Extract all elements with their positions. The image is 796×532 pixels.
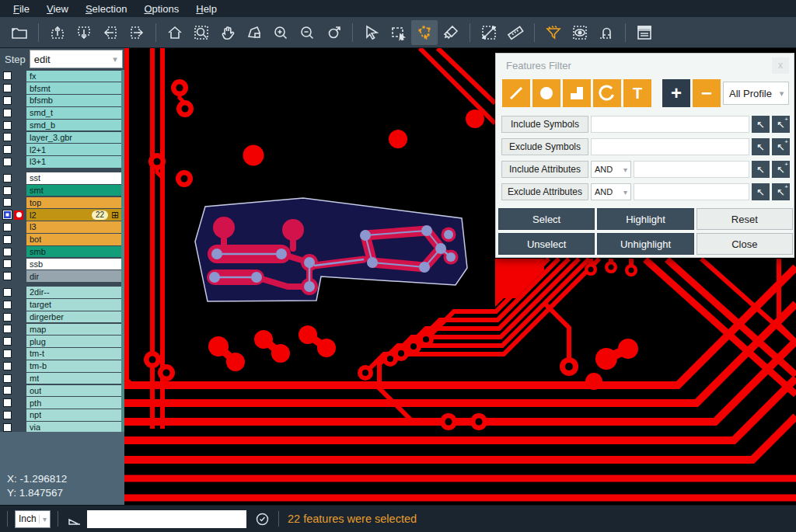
pick-add-symbol-icon[interactable]: ↖+ bbox=[772, 116, 790, 133]
layer-row[interactable]: smd_b bbox=[0, 119, 121, 131]
layer-row[interactable]: sst bbox=[0, 172, 121, 184]
units-dropdown[interactable]: Inch ▾ bbox=[15, 510, 51, 528]
pan-hand-icon[interactable] bbox=[215, 20, 241, 45]
layer-active-indicator[interactable] bbox=[14, 198, 23, 207]
layer-row[interactable]: smb bbox=[0, 245, 121, 258]
refresh-check-icon[interactable] bbox=[253, 509, 271, 528]
layer-visibility-checkbox[interactable] bbox=[3, 235, 12, 244]
layer-active-indicator[interactable] bbox=[14, 361, 23, 370]
shift-view-right-icon[interactable] bbox=[124, 20, 150, 45]
pick-symbol-icon[interactable]: ↖ bbox=[752, 138, 770, 155]
include-mode-button[interactable]: + bbox=[662, 79, 690, 107]
layer-visibility-checkbox[interactable] bbox=[3, 133, 12, 141]
measure-distance-icon[interactable] bbox=[476, 20, 502, 45]
features-filter-icon[interactable] bbox=[540, 20, 567, 45]
layer-row[interactable]: 2dir-- bbox=[0, 287, 121, 299]
pointer-select-icon[interactable] bbox=[358, 20, 385, 45]
layer-row[interactable]: mt bbox=[0, 372, 121, 384]
layer-active-indicator[interactable] bbox=[14, 210, 23, 220]
layer-visibility-checkbox[interactable] bbox=[3, 84, 12, 92]
layer-active-indicator[interactable] bbox=[14, 337, 23, 346]
layer-visibility-checkbox[interactable] bbox=[3, 301, 12, 309]
layer-active-indicator[interactable] bbox=[14, 325, 23, 334]
layer-visibility-checkbox[interactable] bbox=[3, 386, 12, 395]
layer-visibility-checkbox[interactable] bbox=[3, 398, 12, 407]
layer-active-indicator[interactable] bbox=[14, 259, 23, 269]
layer-visibility-checkbox[interactable] bbox=[3, 121, 12, 130]
layer-row[interactable]: bot bbox=[0, 233, 121, 245]
layer-row[interactable]: smt bbox=[0, 184, 121, 196]
layer-row[interactable]: map bbox=[0, 323, 121, 336]
layer-active-indicator[interactable] bbox=[14, 300, 23, 309]
layer-visibility-checkbox[interactable] bbox=[3, 145, 12, 154]
layer-row[interactable]: tm-b bbox=[0, 360, 121, 372]
close-icon[interactable]: x bbox=[772, 57, 789, 74]
layer-active-indicator[interactable] bbox=[14, 120, 23, 130]
ruler-icon[interactable] bbox=[502, 20, 529, 45]
reset-button[interactable]: Reset bbox=[696, 208, 793, 230]
home-view-icon[interactable] bbox=[162, 20, 188, 45]
layer-active-indicator[interactable] bbox=[14, 71, 23, 81]
layer-row[interactable]: smd_t bbox=[0, 106, 121, 119]
polygon-select-icon[interactable] bbox=[411, 20, 438, 45]
layer-active-indicator[interactable] bbox=[14, 247, 23, 256]
shift-view-down-icon[interactable] bbox=[71, 20, 97, 45]
layer-active-indicator[interactable] bbox=[14, 235, 23, 244]
zoom-polygon-icon[interactable] bbox=[241, 20, 267, 45]
layer-visibility-checkbox[interactable] bbox=[3, 362, 12, 370]
layer-visibility-checkbox[interactable] bbox=[3, 423, 12, 432]
dialog-title[interactable]: Features Filter bbox=[506, 60, 571, 71]
layer-visibility-checkbox[interactable] bbox=[3, 198, 12, 207]
close-button[interactable]: Close bbox=[696, 233, 793, 255]
layer-visibility-checkbox[interactable] bbox=[3, 349, 12, 358]
layer-row[interactable]: layer_3.gbr bbox=[0, 131, 121, 144]
zoom-previous-icon[interactable] bbox=[320, 20, 347, 45]
layer-active-indicator[interactable] bbox=[14, 312, 23, 322]
include-attributes-button[interactable]: Include Attributes bbox=[501, 161, 588, 178]
layer-visibility-checkbox[interactable] bbox=[3, 411, 12, 419]
menu-help[interactable]: Help bbox=[187, 3, 225, 15]
layer-active-indicator[interactable] bbox=[14, 349, 23, 358]
pick-attribute-icon[interactable]: ↖ bbox=[752, 161, 770, 178]
layers-table-icon[interactable] bbox=[631, 20, 658, 45]
zoom-window-icon[interactable] bbox=[188, 20, 215, 45]
pad-feature-button[interactable] bbox=[532, 79, 560, 107]
layer-row[interactable]: l2+1 bbox=[0, 144, 121, 156]
layer-active-indicator[interactable] bbox=[14, 157, 23, 166]
layer-row[interactable]: fx bbox=[0, 70, 121, 82]
exclude-mode-button[interactable]: − bbox=[693, 79, 721, 107]
layer-active-indicator[interactable] bbox=[14, 374, 23, 383]
layer-visibility-checkbox[interactable] bbox=[3, 109, 12, 117]
menu-file[interactable]: File bbox=[5, 3, 38, 15]
exclude-attributes-button[interactable]: Exclude Attributes bbox=[501, 183, 588, 200]
include-symbols-button[interactable]: Include Symbols bbox=[501, 116, 588, 133]
pick-add-attribute-icon[interactable]: ↖+ bbox=[772, 183, 790, 200]
layer-active-indicator[interactable] bbox=[14, 84, 23, 93]
layer-active-indicator[interactable] bbox=[14, 272, 23, 281]
layer-row[interactable]: l3 bbox=[0, 221, 121, 234]
layer-active-indicator[interactable] bbox=[14, 410, 23, 419]
layer-active-indicator[interactable] bbox=[14, 287, 23, 297]
exclude-attributes-input[interactable] bbox=[634, 183, 749, 200]
show-features-icon[interactable] bbox=[567, 20, 593, 45]
unselect-button[interactable]: Unselect bbox=[498, 233, 595, 255]
exclude-symbols-input[interactable] bbox=[591, 138, 749, 155]
select-button[interactable]: Select bbox=[498, 208, 595, 230]
layer-visibility-checkbox[interactable] bbox=[3, 259, 12, 268]
layer-row[interactable]: tm-t bbox=[0, 348, 121, 360]
unhighlight-button[interactable]: Unhighlight bbox=[597, 233, 693, 255]
layer-row[interactable]: l3+1 bbox=[0, 156, 121, 169]
layer-visibility-checkbox[interactable] bbox=[3, 71, 12, 80]
step-select[interactable]: edit ▾ bbox=[30, 50, 123, 68]
layer-visibility-checkbox[interactable] bbox=[3, 325, 12, 333]
layer-row[interactable]: pth bbox=[0, 397, 121, 409]
menu-selection[interactable]: Selection bbox=[77, 3, 135, 15]
shift-view-up-icon[interactable] bbox=[44, 20, 71, 45]
layer-row[interactable]: target bbox=[0, 298, 121, 311]
layer-row[interactable]: plug bbox=[0, 336, 121, 348]
pick-add-symbol-icon[interactable]: ↖+ bbox=[772, 138, 790, 155]
rectangle-select-icon[interactable] bbox=[385, 20, 411, 45]
include-attributes-input[interactable] bbox=[634, 161, 749, 178]
layer-visibility-checkbox[interactable] bbox=[3, 288, 12, 297]
layer-row[interactable]: l2 22 ⊞ bbox=[0, 209, 121, 221]
